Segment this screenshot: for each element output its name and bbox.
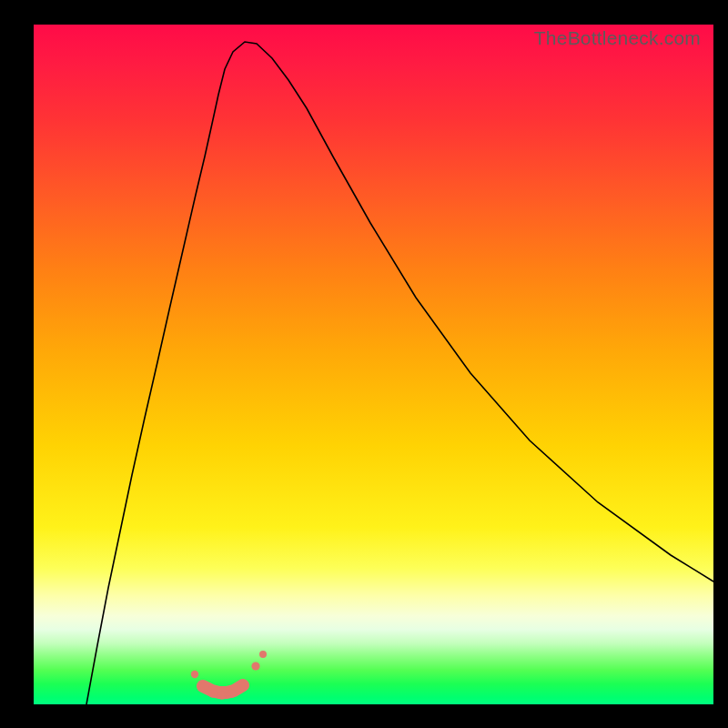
data-dot: [238, 682, 247, 692]
data-dot: [208, 689, 217, 698]
data-dot: [251, 662, 259, 670]
bottleneck-curve: [86, 42, 713, 704]
data-dot: [199, 682, 208, 692]
data-dot: [259, 651, 267, 658]
data-dot: [228, 689, 237, 698]
data-dot: [191, 671, 198, 678]
curve-svg: [34, 25, 713, 704]
chart-frame: TheBottleneck.com: [0, 0, 728, 728]
chart-plot-area: TheBottleneck.com: [34, 25, 713, 704]
data-dot: [217, 691, 227, 700]
